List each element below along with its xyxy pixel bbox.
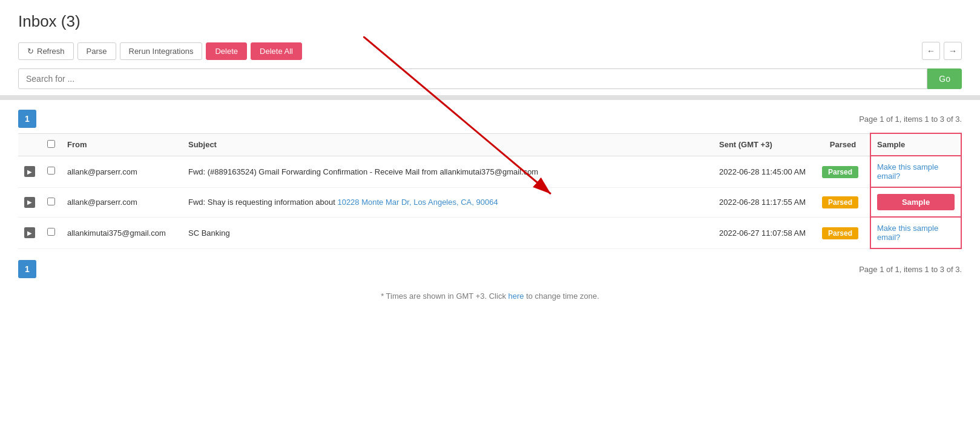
row3-sample-link[interactable]: Make this sample email? (877, 224, 938, 242)
row2-subject: Fwd: Shay is requesting information abou… (182, 187, 713, 217)
row3-parsed: Parsed (816, 217, 870, 248)
row3-sent: 2022-06-27 11:07:58 AM (713, 217, 816, 248)
toolbar: ↻ Refresh Parse Rerun Integrations Delet… (18, 42, 962, 60)
prev-page-button[interactable]: ← (922, 42, 940, 60)
row1-sample: Make this sample email? (870, 156, 961, 187)
row3-parsed-badge: Parsed (822, 227, 858, 239)
row1-sample-link[interactable]: Make this sample email? (877, 162, 938, 181)
row2-expand: ▶ (18, 187, 41, 217)
row2-sent: 2022-06-28 11:17:55 AM (713, 187, 816, 217)
col-header-expand (18, 133, 41, 156)
refresh-icon: ↻ (27, 47, 34, 56)
footer-note: * Times are shown in GMT +3. Click here … (18, 291, 962, 301)
col-header-subject: Subject (182, 133, 713, 156)
table-row: ▶ allank@parserr.com Fwd: Shay is reques… (18, 187, 961, 217)
bottom-pagination-row: 1 Page 1 of 1, items 1 to 3 of 3. (18, 255, 962, 283)
row1-from: allank@parserr.com (61, 156, 182, 187)
row2-parsed-badge: Parsed (822, 196, 858, 208)
search-input[interactable] (18, 68, 927, 89)
row2-parsed: Parsed (816, 187, 870, 217)
row1-checkbox (41, 156, 61, 187)
search-go-button[interactable]: Go (927, 68, 962, 89)
row1-select-checkbox[interactable] (47, 167, 55, 175)
page-badge-bottom[interactable]: 1 (18, 260, 36, 278)
page-info-bottom: Page 1 of 1, items 1 to 3 of 3. (859, 265, 962, 274)
col-header-sent: Sent (GMT +3) (713, 133, 816, 156)
row2-select-checkbox[interactable] (47, 198, 55, 205)
row3-from: allankimutai375@gmail.com (61, 217, 182, 248)
page-info-top: Page 1 of 1, items 1 to 3 of 3. (859, 115, 962, 124)
search-bar: Go (18, 68, 962, 89)
col-header-parsed: Parsed (816, 133, 870, 156)
row2-from: allank@parserr.com (61, 187, 182, 217)
row2-expand-button[interactable]: ▶ (24, 197, 35, 208)
table-row: ▶ allankimutai375@gmail.com SC Banking 2… (18, 217, 961, 248)
top-pagination-row: 1 Page 1 of 1, items 1 to 3 of 3. (18, 105, 962, 133)
row1-parsed: Parsed (816, 156, 870, 187)
page-wrapper: Inbox (3) ↻ Refresh Parse Rerun Integrat… (0, 0, 980, 423)
row1-sent: 2022-06-28 11:45:00 AM (713, 156, 816, 187)
row3-sample: Make this sample email? (870, 217, 961, 248)
row2-sample: Sample (870, 187, 961, 217)
row2-subject-link[interactable]: 10228 Monte Mar Dr, Los Angeles, CA, 900… (337, 198, 498, 207)
col-header-checkbox (41, 133, 61, 156)
row3-select-checkbox[interactable] (47, 228, 55, 236)
refresh-button[interactable]: ↻ Refresh (18, 42, 74, 60)
table-row: ▶ allank@parserr.com Fwd: (#889163524) G… (18, 156, 961, 187)
row1-subject: Fwd: (#889163524) Gmail Forwarding Confi… (182, 156, 713, 187)
row1-parsed-badge: Parsed (822, 166, 858, 178)
row2-sample-button[interactable]: Sample (877, 194, 955, 210)
delete-all-button[interactable]: Delete All (251, 42, 302, 60)
col-header-sample: Sample (870, 133, 961, 156)
row3-checkbox (41, 217, 61, 248)
row1-expand-button[interactable]: ▶ (24, 166, 35, 177)
email-table: From Subject Sent (GMT +3) Parsed Sample… (18, 133, 962, 249)
col-header-from: From (61, 133, 182, 156)
next-page-button[interactable]: → (944, 42, 962, 60)
row1-expand: ▶ (18, 156, 41, 187)
divider (0, 95, 980, 100)
timezone-link[interactable]: here (508, 291, 524, 301)
row3-expand: ▶ (18, 217, 41, 248)
row3-expand-button[interactable]: ▶ (24, 227, 35, 238)
delete-button[interactable]: Delete (206, 42, 247, 60)
page-badge-top[interactable]: 1 (18, 110, 36, 128)
row2-checkbox (41, 187, 61, 217)
parse-button[interactable]: Parse (77, 42, 116, 60)
table-header-row: From Subject Sent (GMT +3) Parsed Sample (18, 133, 961, 156)
page-title: Inbox (3) (18, 12, 962, 31)
select-all-checkbox[interactable] (47, 140, 55, 148)
row3-subject: SC Banking (182, 217, 713, 248)
rerun-button[interactable]: Rerun Integrations (120, 42, 203, 60)
